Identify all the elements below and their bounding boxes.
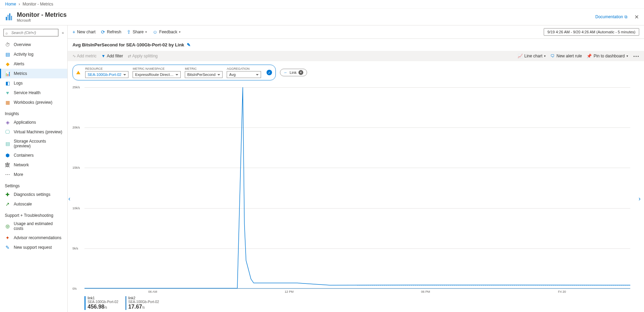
- nav-icon: ◧: [5, 80, 10, 86]
- sidebar-item-containers[interactable]: ⬢Containers: [0, 151, 67, 160]
- section-support: Support + Troubleshooting: [0, 209, 67, 219]
- edit-title-icon[interactable]: ✎: [187, 42, 191, 47]
- chart-type-dropdown[interactable]: 📈Line chart ▾: [518, 54, 546, 58]
- nav-icon: ✦: [5, 235, 10, 241]
- breadcrumb-home[interactable]: Home: [5, 2, 16, 7]
- sidebar-item-more[interactable]: ⋯More: [0, 170, 67, 179]
- refresh-button[interactable]: ⟳Refresh: [101, 29, 121, 35]
- sidebar-item-new-support-request[interactable]: ✎New support request: [0, 243, 67, 252]
- sidebar-item-label: Storage Accounts (preview): [14, 139, 63, 148]
- sidebar-item-autoscale[interactable]: ↗Autoscale: [0, 199, 67, 209]
- sidebar-item-virtual-machines-preview-[interactable]: 🖵Virtual Machines (preview): [0, 127, 67, 137]
- sidebar: ⌕ « ⏱Overview▤Activity log◆Alerts📊Metric…: [0, 25, 68, 312]
- chart-area: 0/s5k/s10k/s15k/s20k/s25k/s 06 AM12 PM06…: [72, 87, 630, 310]
- link-chip-label: Link: [290, 70, 296, 75]
- section-settings: Settings: [0, 179, 67, 190]
- section-insights: Insights: [0, 107, 67, 118]
- collapse-sidebar-icon[interactable]: «: [62, 31, 64, 35]
- metric-config-row: RESOURCESEA-100Gb-Port-02 METRIC NAMESPA…: [68, 61, 644, 84]
- sidebar-item-diagnostics-settings[interactable]: ✚Diagnostics settings: [0, 190, 67, 199]
- sidebar-item-label: Applications: [14, 120, 36, 125]
- remove-chip-icon[interactable]: ✕: [298, 70, 303, 75]
- chart-next-button[interactable]: ›: [639, 195, 641, 202]
- legend-unit: /s: [142, 305, 145, 309]
- legend-sub: SEA-100Gb-Port-02: [128, 300, 159, 304]
- sidebar-item-label: Advisor recommendations: [14, 235, 61, 240]
- resource-select[interactable]: SEA-100Gb-Port-02: [85, 71, 128, 78]
- add-filter-button[interactable]: ▼Add filter: [101, 54, 123, 58]
- nav-icon: 🖵: [5, 129, 10, 135]
- share-button[interactable]: ⇪Share ▾: [127, 29, 147, 35]
- aggregation-select[interactable]: Avg: [227, 71, 261, 78]
- search-input[interactable]: [3, 29, 58, 36]
- chart-legend: link1SEA-100Gb-Port-02456.98/slink2SEA-1…: [72, 293, 630, 310]
- alert-icon: 🗨: [551, 54, 555, 58]
- sidebar-item-label: Workbooks (preview): [14, 100, 52, 105]
- nav-icon: ♥: [5, 90, 10, 96]
- scatter-icon: ∿: [72, 54, 76, 58]
- legend-name: link1: [88, 296, 118, 300]
- metric-select[interactable]: BitsInPerSecond: [185, 71, 223, 78]
- sidebar-item-label: New support request: [14, 245, 52, 250]
- filter-icon: ▼: [101, 54, 105, 58]
- metric-label: METRIC: [185, 67, 223, 70]
- sidebar-item-label: Overview: [14, 42, 31, 47]
- nav-icon: ▤: [5, 141, 10, 146]
- sidebar-item-logs[interactable]: ◧Logs: [0, 78, 67, 88]
- sidebar-item-storage-accounts-preview-[interactable]: ▤Storage Accounts (preview): [0, 137, 67, 151]
- add-metric-button[interactable]: ∿ Add metric: [72, 54, 97, 58]
- chevron-down-icon: ▾: [179, 30, 181, 34]
- feedback-button[interactable]: ☺Feedback ▾: [152, 29, 181, 35]
- nav-icon: ↗: [5, 201, 10, 207]
- more-options-button[interactable]: ⋯: [633, 52, 639, 60]
- nav-icon: 🕸: [5, 162, 10, 168]
- time-range-picker[interactable]: 9/19 4:26 AM - 9/20 4:26 AM (Automatic -…: [544, 28, 639, 36]
- legend-unit: /s: [104, 305, 107, 309]
- sidebar-item-workbooks-preview-[interactable]: ▦Workbooks (preview): [0, 98, 67, 107]
- apply-splitting-button[interactable]: ⇄ Apply splitting: [128, 54, 158, 58]
- x-tick-label: 06 PM: [358, 290, 494, 293]
- sidebar-item-network[interactable]: 🕸Network: [0, 160, 67, 170]
- namespace-select[interactable]: ExpressRoute Direct…: [133, 71, 181, 78]
- new-chart-button[interactable]: +New chart: [72, 29, 95, 35]
- sidebar-item-overview[interactable]: ⏱Overview: [0, 40, 67, 49]
- smile-icon: ☺: [152, 29, 157, 35]
- nav-icon: ▤: [5, 52, 10, 57]
- chevron-down-icon: ▾: [626, 54, 628, 58]
- sidebar-item-label: Containers: [14, 153, 34, 158]
- sidebar-item-label: Logs: [14, 81, 23, 86]
- namespace-label: METRIC NAMESPACE: [133, 67, 181, 70]
- pin-dashboard-button[interactable]: 📌Pin to dashboard ▾: [587, 54, 628, 58]
- svg-rect-1: [8, 15, 9, 20]
- sidebar-item-activity-log[interactable]: ▤Activity log: [0, 49, 67, 59]
- new-alert-button[interactable]: 🗨New alert rule: [551, 54, 582, 58]
- aggregation-label: AGGREGATION: [227, 67, 261, 70]
- split-icon: ⇄: [128, 54, 131, 58]
- svg-rect-0: [6, 17, 7, 20]
- y-tick-label: 25k/s: [72, 86, 80, 89]
- documentation-link[interactable]: Documentation ⧉: [595, 14, 628, 19]
- sidebar-item-service-health[interactable]: ♥Service Health: [0, 88, 67, 98]
- sidebar-item-usage-and-estimated-costs[interactable]: ◎Usage and estimated costs: [0, 219, 67, 233]
- y-tick-label: 10k/s: [72, 207, 80, 210]
- link-filter-chip[interactable]: ← Link ✕: [280, 69, 307, 76]
- svg-rect-3: [11, 16, 12, 20]
- refresh-icon: ⟳: [101, 29, 105, 35]
- legend-value: 17.67: [128, 304, 142, 310]
- close-icon[interactable]: ✕: [634, 14, 639, 20]
- sidebar-item-metrics[interactable]: 📊Metrics: [0, 69, 67, 78]
- sidebar-item-label: Autoscale: [14, 202, 32, 207]
- search-icon: ⌕: [5, 31, 8, 35]
- sidebar-item-advisor-recommendations[interactable]: ✦Advisor recommendations: [0, 233, 67, 243]
- legend-item[interactable]: link2SEA-100Gb-Port-0217.67/s: [125, 296, 159, 310]
- nav-icon: ⋯: [5, 172, 10, 177]
- chart-plot[interactable]: 0/s5k/s10k/s15k/s20k/s25k/s: [72, 87, 630, 289]
- chart-prev-button[interactable]: ‹: [68, 195, 70, 202]
- sidebar-item-label: Alerts: [14, 62, 24, 66]
- sidebar-item-applications[interactable]: ◈Applications: [0, 118, 67, 127]
- sidebar-item-alerts[interactable]: ◆Alerts: [0, 59, 67, 69]
- plus-icon: +: [72, 29, 75, 35]
- legend-item[interactable]: link1SEA-100Gb-Port-02456.98/s: [84, 296, 118, 310]
- sidebar-item-label: More: [14, 172, 23, 177]
- metric-selector-pill: RESOURCESEA-100Gb-Port-02 METRIC NAMESPA…: [72, 65, 276, 80]
